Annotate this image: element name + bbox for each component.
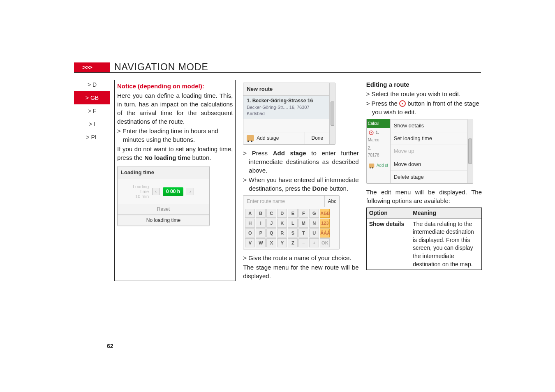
- truck-icon: [247, 135, 254, 141]
- opt-h1: Option: [366, 208, 410, 219]
- stage-1-num: 1.: [376, 130, 379, 136]
- language-nav: > D > GB > F > I > PL: [74, 78, 110, 144]
- stage-2-num: 2.: [367, 144, 390, 152]
- opt-r1c2: The data relating to the intermediate de…: [410, 219, 482, 270]
- options-table: Option Meaning Show details The data rel…: [366, 208, 482, 270]
- col3-b2a: > Press the: [366, 100, 399, 107]
- header-rule: [74, 72, 481, 73]
- col2-b1-bold: Add stage: [273, 150, 306, 157]
- col2-p3: > Give the route a name of your choice.: [243, 254, 358, 262]
- loading-time-value: 0 00 h: [163, 187, 183, 196]
- col2-b1: > Press Add stage to enter further inter…: [243, 149, 358, 175]
- newroute-line1: 1. Becker-Göring-Strasse 16: [247, 97, 326, 104]
- editing-route-heading: Editing a route: [366, 80, 482, 89]
- stage-2-name: 70178: [367, 152, 390, 159]
- nav-item-gb[interactable]: > GB: [74, 91, 110, 104]
- page-number: 62: [107, 343, 113, 349]
- ss-newroute-title: New route: [243, 83, 329, 96]
- header-accent: [74, 62, 110, 72]
- opt-h2: Meaning: [410, 208, 482, 219]
- no-loading-time-button[interactable]: No loading time: [118, 215, 209, 226]
- screenshot-new-route: New route 1. Becker-Göring-Strasse 16 Be…: [243, 83, 335, 145]
- stage-1-name: Marco: [367, 137, 390, 144]
- nav-item-pl[interactable]: > PL: [74, 131, 110, 144]
- calcul-chip: Calcul: [367, 119, 390, 128]
- nav-item-f[interactable]: > F: [74, 104, 110, 118]
- col1-paragraph-2: If you do not want to set any loading ti…: [117, 145, 233, 162]
- col2-b2: > When you have entered all intermediate…: [243, 175, 358, 193]
- keyboard-grid[interactable]: ABCDEFGАБВ HIJKLMN123 OPQRSTUÄÁÀ VWXYZ–+…: [243, 207, 339, 249]
- screenshot-edit-menu: Calcul 1. Marco 2. 70178 Add st Show det…: [366, 119, 473, 184]
- notice-title: Notice (depending on model):: [117, 82, 233, 90]
- scrollbar[interactable]: [329, 83, 335, 144]
- menu-move-down[interactable]: Move down: [391, 158, 467, 171]
- add-st-text: Add st: [377, 163, 388, 168]
- add-stage-button[interactable]: Add stage: [257, 135, 279, 142]
- done-button[interactable]: Done: [305, 132, 329, 144]
- route-name-input[interactable]: Enter route name: [243, 196, 324, 208]
- truck-icon: [369, 164, 374, 168]
- col3-p5: The edit menu will be displayed. The fol…: [366, 188, 482, 205]
- menu-set-loading-time[interactable]: Set loading time: [391, 132, 467, 145]
- menu-show-details[interactable]: Show details: [391, 119, 467, 132]
- menu-move-up: Move up: [391, 145, 467, 157]
- col1-p2b: button.: [192, 154, 211, 161]
- opt-r1c1: Show details: [366, 219, 410, 270]
- ss-loading-title: Loading time: [118, 166, 209, 179]
- page-title: NAVIGATION MODE: [114, 62, 208, 73]
- screenshot-loading-time: Loading time Loadingtime10 min ‹ 0 00 h …: [117, 166, 210, 226]
- target-icon: [369, 130, 373, 135]
- col2-p4: The stage menu for the new route will be…: [243, 263, 358, 280]
- col2-b2b: button.: [328, 185, 348, 192]
- col3-b2: > Press the button in front of the stage…: [366, 99, 482, 116]
- header-chevrons: >>>: [82, 63, 92, 71]
- col1-bullet-loadingtime: > Enter the loading time in hours and mi…: [117, 127, 233, 144]
- col1-paragraph-1: Here you can define a loading time. This…: [117, 91, 233, 126]
- col3-b1: > Select the route you wish to edit.: [366, 90, 482, 98]
- abc-toggle[interactable]: Abc: [324, 196, 339, 208]
- newroute-line2: Becker-Göring-Str.... 16, 76307 Karlsbad: [247, 104, 326, 117]
- scrollbar[interactable]: [467, 119, 473, 183]
- nav-item-d[interactable]: > D: [74, 78, 110, 91]
- reset-button[interactable]: Reset: [118, 204, 209, 215]
- screenshot-keyboard: Enter route name Abc ABCDEFGАБВ HIJKLMN1…: [243, 195, 340, 250]
- target-icon: [399, 100, 406, 107]
- keyboard-ok[interactable]: OK: [320, 238, 330, 247]
- col2-b1a: > Press: [243, 150, 273, 157]
- menu-delete-stage[interactable]: Delete stage: [391, 171, 467, 183]
- nav-item-i[interactable]: > I: [74, 118, 110, 131]
- col2-b2-bold: Done: [312, 185, 328, 192]
- col1-p2-bold: No loading time: [144, 154, 191, 161]
